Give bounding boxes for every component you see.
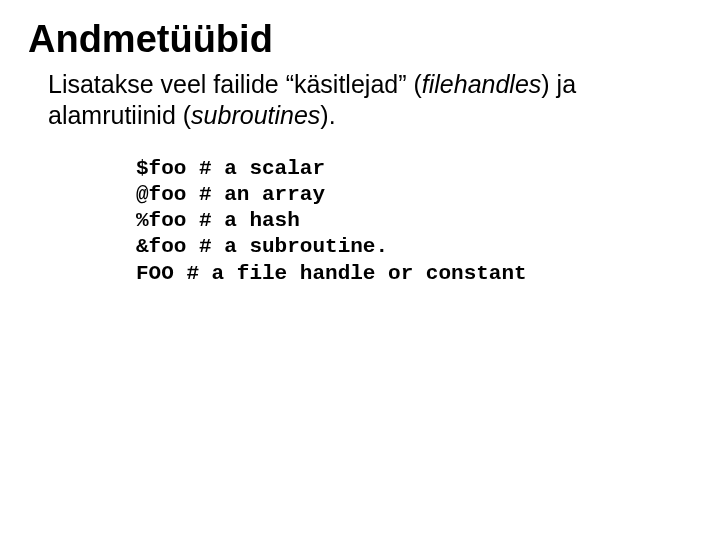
body-italic-filehandles: filehandles bbox=[422, 70, 542, 98]
body-text-1: Lisatakse veel failide “käsitlejad” ( bbox=[48, 70, 422, 98]
code-line-5: FOO # a file handle or constant bbox=[136, 262, 527, 285]
code-block: $foo # a scalar @foo # an array %foo # a… bbox=[136, 156, 692, 287]
slide: Andmetüübid Lisatakse veel failide “käsi… bbox=[0, 0, 720, 540]
body-italic-subroutines: subroutines bbox=[191, 101, 320, 129]
code-line-4: &foo # a subroutine. bbox=[136, 235, 388, 258]
code-line-1: $foo # a scalar bbox=[136, 157, 325, 180]
code-line-2: @foo # an array bbox=[136, 183, 325, 206]
body-text-3: ). bbox=[320, 101, 335, 129]
slide-title: Andmetüübid bbox=[28, 18, 692, 61]
body-paragraph: Lisatakse veel failide “käsitlejad” (fil… bbox=[48, 69, 668, 132]
code-line-3: %foo # a hash bbox=[136, 209, 300, 232]
